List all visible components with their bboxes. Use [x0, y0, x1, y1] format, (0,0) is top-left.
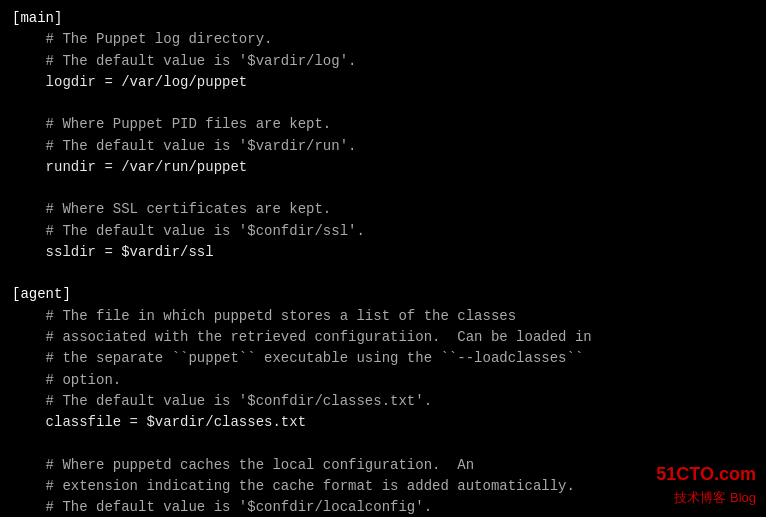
line-empty-1 [12, 93, 754, 114]
line-14: # The default value is '$confdir/classes… [12, 391, 754, 412]
line-5: # The default value is '$vardir/run'. [12, 136, 754, 157]
terminal-window: [main] # The Puppet log directory. # The… [0, 0, 766, 517]
line-main-section: [main] [12, 8, 754, 29]
watermark-logo: 51CTO.com [656, 461, 756, 488]
watermark: 51CTO.com 技术博客 Blog [656, 461, 756, 508]
line-15: classfile = $vardir/classes.txt [12, 412, 754, 433]
line-12: # the separate ``puppet`` executable usi… [12, 348, 754, 369]
line-4: # Where Puppet PID files are kept. [12, 114, 754, 135]
line-18: # The default value is '$confdir/localco… [12, 497, 754, 517]
line-17: # extension indicating the cache format … [12, 476, 754, 497]
line-16: # Where puppetd caches the local configu… [12, 455, 754, 476]
line-11: # associated with the retrieved configur… [12, 327, 754, 348]
line-7: # Where SSL certificates are kept. [12, 199, 754, 220]
line-empty-4 [12, 433, 754, 454]
line-empty-2 [12, 178, 754, 199]
watermark-tagline: 技术博客 Blog [656, 488, 756, 508]
line-9: ssldir = $vardir/ssl [12, 242, 754, 263]
line-2: # The default value is '$vardir/log'. [12, 51, 754, 72]
line-6: rundir = /var/run/puppet [12, 157, 754, 178]
terminal-content: [main] # The Puppet log directory. # The… [12, 8, 754, 517]
line-3: logdir = /var/log/puppet [12, 72, 754, 93]
line-13: # option. [12, 370, 754, 391]
line-1: # The Puppet log directory. [12, 29, 754, 50]
line-10: # The file in which puppetd stores a lis… [12, 306, 754, 327]
line-agent-section: [agent] [12, 284, 754, 305]
line-8: # The default value is '$confdir/ssl'. [12, 221, 754, 242]
line-empty-3 [12, 263, 754, 284]
